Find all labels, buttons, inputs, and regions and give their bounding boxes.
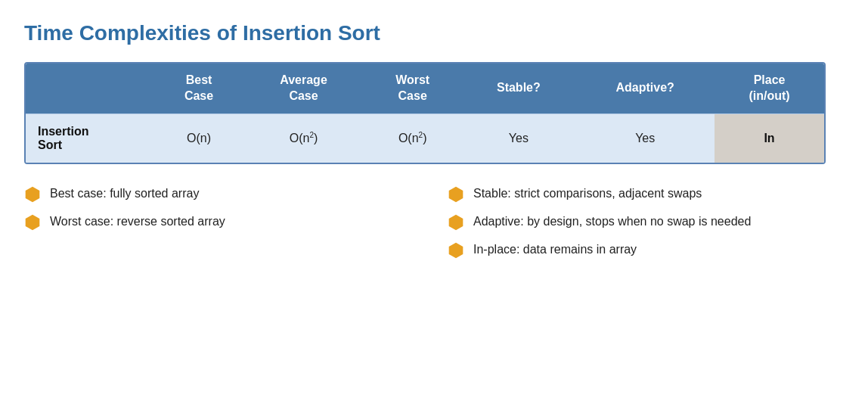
col-header-stable: Stable? [461,64,575,113]
bullets-right: Stable: strict comparisons, adjacent swa… [448,185,826,269]
svg-marker-1 [26,214,40,229]
svg-marker-3 [449,214,463,229]
col-header-average: AverageCase [243,64,364,113]
svg-marker-0 [26,186,40,201]
bullet-worst-case-text: Worst case: reverse sorted array [50,213,225,230]
bullet-stable-text: Stable: strict comparisons, adjacent swa… [473,185,702,202]
bullet-stable: Stable: strict comparisons, adjacent swa… [448,185,826,203]
bullet-adaptive-text: Adaptive: by design, stops when no swap … [473,213,751,230]
page-title: Time Complexities of Insertion Sort [24,21,844,45]
bullets-section: Best case: fully sorted array Worst case… [24,185,826,269]
cell-worst-case: O(n2) [364,113,461,163]
complexity-table: BestCase AverageCase WorstCase Stable? A… [26,64,824,163]
table-row: InsertionSort O(n) O(n2) O(n2) Yes Yes I… [26,113,824,163]
col-header-algorithm [26,64,154,113]
hex-icon-adaptive [448,214,464,231]
hex-icon-worst [24,214,41,231]
col-header-adaptive: Adaptive? [575,64,715,113]
bullet-adaptive: Adaptive: by design, stops when no swap … [448,213,826,231]
col-header-place: Place(in/out) [715,64,824,113]
cell-place: In [715,113,824,163]
cell-algorithm: InsertionSort [26,113,154,163]
table-body: InsertionSort O(n) O(n2) O(n2) Yes Yes I… [26,113,824,163]
bullet-worst-case: Worst case: reverse sorted array [24,213,402,231]
svg-marker-2 [449,186,463,201]
hex-icon-inplace [448,242,464,259]
cell-adaptive: Yes [575,113,715,163]
col-header-worst: WorstCase [364,64,461,113]
cell-best-case: O(n) [154,113,243,163]
complexity-table-wrapper: BestCase AverageCase WorstCase Stable? A… [24,62,826,164]
bullets-left: Best case: fully sorted array Worst case… [24,185,402,269]
col-header-best: BestCase [154,64,243,113]
cell-average-case: O(n2) [243,113,364,163]
bullet-inplace: In-place: data remains in array [448,241,826,259]
bullet-best-case: Best case: fully sorted array [24,185,402,203]
bullet-inplace-text: In-place: data remains in array [473,241,637,258]
cell-stable: Yes [461,113,575,163]
hex-icon-stable [448,186,464,203]
bullet-best-case-text: Best case: fully sorted array [50,185,199,202]
table-header: BestCase AverageCase WorstCase Stable? A… [26,64,824,113]
svg-marker-4 [449,242,463,257]
hex-icon-best [24,186,41,203]
